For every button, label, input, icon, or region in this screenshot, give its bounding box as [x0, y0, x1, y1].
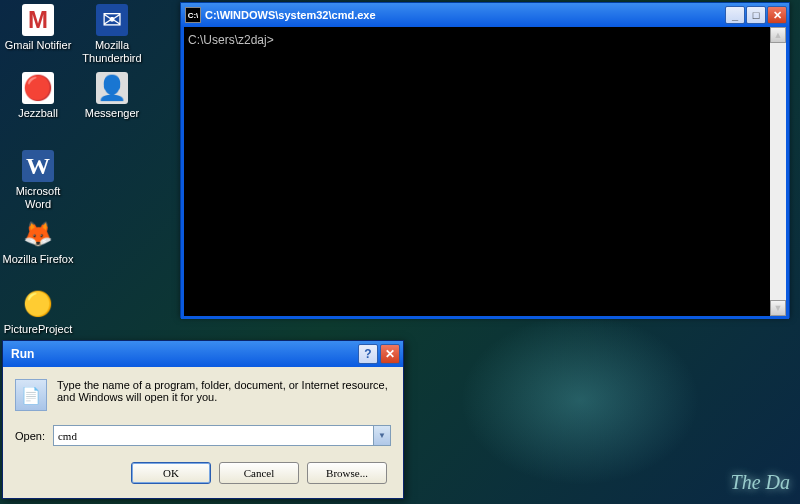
desktop-icon-gmail-notifier[interactable]: M Gmail Notifier	[2, 4, 74, 52]
cancel-button[interactable]: Cancel	[219, 462, 299, 484]
cmd-titlebar[interactable]: C:\ C:\WINDOWS\system32\cmd.exe _ □ ✕	[181, 3, 789, 27]
dropdown-button[interactable]: ▼	[373, 426, 390, 445]
run-dialog[interactable]: Run ? ✕ 📄 Type the name of a program, fo…	[2, 340, 404, 499]
maximize-button[interactable]: □	[746, 6, 766, 24]
cmd-scrollbar[interactable]: ▲ ▼	[770, 27, 786, 316]
run-body: 📄 Type the name of a program, folder, do…	[3, 367, 403, 498]
scroll-track[interactable]	[770, 43, 786, 300]
ok-button[interactable]: OK	[131, 462, 211, 484]
desktop-icon-thunderbird[interactable]: ✉ Mozilla Thunderbird	[76, 4, 148, 65]
cmd-prompt-line: C:\Users\z2daj>	[188, 33, 782, 47]
close-button[interactable]: ✕	[380, 344, 400, 364]
cmd-title-text: C:\WINDOWS\system32\cmd.exe	[205, 9, 376, 21]
word-icon: W	[22, 150, 54, 182]
desktop-icon-msword[interactable]: W Microsoft Word	[2, 150, 74, 211]
desktop-icon-label: Microsoft Word	[2, 185, 74, 211]
close-button[interactable]: ✕	[767, 6, 787, 24]
cmd-title-icon: C:\	[185, 7, 201, 23]
wallpaper-glow	[440, 300, 720, 500]
thunderbird-icon: ✉	[96, 4, 128, 36]
desktop-icon-pictureproject[interactable]: 🟡 PictureProject	[2, 288, 74, 336]
run-program-icon: 📄	[15, 379, 47, 411]
run-instruction-text: Type the name of a program, folder, docu…	[57, 379, 391, 411]
scroll-down-button[interactable]: ▼	[770, 300, 786, 316]
cmd-console-area[interactable]: C:\Users\z2daj> ▲ ▼	[181, 27, 789, 319]
chevron-down-icon: ▼	[378, 431, 386, 440]
pictureproject-icon: 🟡	[22, 288, 54, 320]
desktop-icon-label: Mozilla Firefox	[2, 253, 74, 266]
messenger-icon: 👤	[96, 72, 128, 104]
minimize-button[interactable]: _	[725, 6, 745, 24]
run-title-text: Run	[11, 347, 34, 361]
desktop-icon-label: Mozilla Thunderbird	[76, 39, 148, 65]
desktop-icon-label: Jezzball	[2, 107, 74, 120]
gmail-icon: M	[22, 4, 54, 36]
cmd-window[interactable]: C:\ C:\WINDOWS\system32\cmd.exe _ □ ✕ C:…	[180, 2, 790, 318]
scroll-up-button[interactable]: ▲	[770, 27, 786, 43]
desktop-icon-firefox[interactable]: 🦊 Mozilla Firefox	[2, 218, 74, 266]
run-open-label: Open:	[15, 430, 45, 442]
run-titlebar[interactable]: Run ? ✕	[3, 341, 403, 367]
desktop-icon-label: Messenger	[76, 107, 148, 120]
desktop-icon-label: Gmail Notifier	[2, 39, 74, 52]
desktop-icon-jezzball[interactable]: 🔴 Jezzball	[2, 72, 74, 120]
jezzball-icon: 🔴	[22, 72, 54, 104]
run-open-combobox[interactable]: ▼	[53, 425, 391, 446]
wallpaper-corner-text: The Da	[731, 471, 790, 494]
desktop-icon-label: PictureProject	[2, 323, 74, 336]
browse-button[interactable]: Browse...	[307, 462, 387, 484]
help-button[interactable]: ?	[358, 344, 378, 364]
firefox-icon: 🦊	[22, 218, 54, 250]
run-open-input[interactable]	[54, 426, 373, 445]
desktop-icon-messenger[interactable]: 👤 Messenger	[76, 72, 148, 120]
